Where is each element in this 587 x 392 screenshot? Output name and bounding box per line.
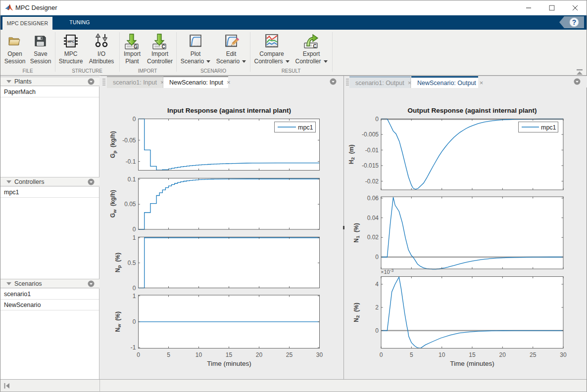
svg-text:25: 25 xyxy=(286,351,293,358)
svg-text:-1: -1 xyxy=(131,344,136,351)
svg-text:0: 0 xyxy=(375,254,379,261)
svg-text:1: 1 xyxy=(133,293,136,300)
svg-text:0.04: 0.04 xyxy=(367,215,379,221)
svg-text:25: 25 xyxy=(530,351,537,358)
svg-text:0: 0 xyxy=(380,351,383,358)
svg-text:0: 0 xyxy=(137,351,140,358)
svg-text:0: 0 xyxy=(375,327,379,334)
svg-text:-0.01: -0.01 xyxy=(365,147,379,154)
svg-text:20: 20 xyxy=(256,351,263,358)
svg-text:5: 5 xyxy=(410,351,413,358)
svg-text:-0.005: -0.005 xyxy=(362,131,379,138)
svg-text:0.02: 0.02 xyxy=(367,234,379,241)
svg-text:30: 30 xyxy=(560,351,567,358)
svg-text:4: 4 xyxy=(375,281,379,288)
svg-text:5: 5 xyxy=(167,351,170,358)
svg-text:0.05: 0.05 xyxy=(124,201,136,208)
svg-text:0.06: 0.06 xyxy=(367,195,379,202)
svg-text:0.5: 0.5 xyxy=(128,260,136,266)
svg-text:Output Response (against inter: Output Response (against internal plant) xyxy=(407,107,537,114)
svg-text:mpc1: mpc1 xyxy=(298,124,313,131)
svg-text:0: 0 xyxy=(133,226,136,233)
svg-text:-0.05: -0.05 xyxy=(122,137,136,144)
svg-text:-0.015: -0.015 xyxy=(362,162,379,169)
svg-text:-0.1: -0.1 xyxy=(126,158,136,165)
svg-text:30: 30 xyxy=(316,351,323,358)
svg-text:Input Response (against intern: Input Response (against internal plant) xyxy=(167,107,291,114)
svg-text:0.1: 0.1 xyxy=(128,176,136,183)
svg-text:Np (%): Np (%) xyxy=(114,253,122,272)
svg-text:Gw (kg/h): Gw (kg/h) xyxy=(109,190,117,218)
svg-text:0: 0 xyxy=(133,285,136,292)
svg-text:2: 2 xyxy=(375,304,379,311)
svg-text:Time (minutes): Time (minutes) xyxy=(207,360,251,367)
svg-text:10: 10 xyxy=(439,351,445,358)
svg-text:Gp (kg/h): Gp (kg/h) xyxy=(109,131,117,158)
svg-text:15: 15 xyxy=(469,351,476,358)
svg-text:H2 (m): H2 (m) xyxy=(348,145,356,164)
svg-text:0: 0 xyxy=(375,116,379,123)
svg-text:Nw (%): Nw (%) xyxy=(114,311,122,332)
svg-text:-0.02: -0.02 xyxy=(365,178,379,185)
svg-text:Time (minutes): Time (minutes) xyxy=(450,360,494,367)
svg-text:0: 0 xyxy=(133,318,136,325)
svg-text:10: 10 xyxy=(196,351,202,358)
svg-text:1: 1 xyxy=(133,234,136,241)
svg-text:N2 (%): N2 (%) xyxy=(353,303,361,322)
svg-text:15: 15 xyxy=(226,351,233,358)
svg-text:20: 20 xyxy=(499,351,506,358)
svg-text:×10-3: ×10-3 xyxy=(381,268,394,275)
svg-text:mpc1: mpc1 xyxy=(541,124,556,131)
svg-text:0: 0 xyxy=(133,116,136,123)
svg-text:N1 (%): N1 (%) xyxy=(353,223,361,242)
